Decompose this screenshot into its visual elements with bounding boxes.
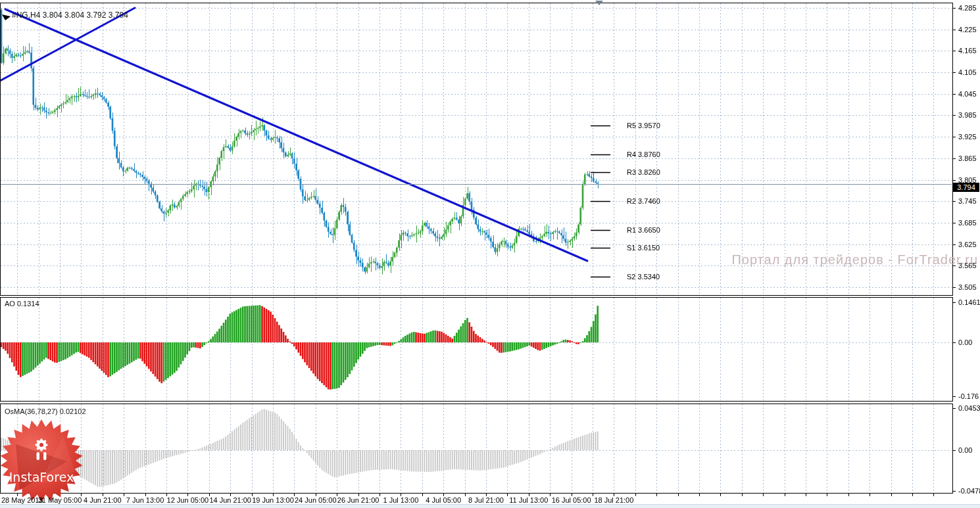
pivot-label: R5 3.9570 (627, 122, 660, 129)
price-axis-label: 3.985 (958, 111, 977, 119)
time-axis-label: 1 Jul 13:00 (383, 496, 418, 504)
pivot-label: R4 3.8760 (627, 150, 660, 158)
price-axis-label: 4.225 (958, 26, 977, 34)
pivot-label: S2 3.5340 (627, 273, 660, 281)
logo-brand-text: InstaForex (9, 470, 74, 484)
time-axis-label: 16 Jul 05:00 (552, 496, 591, 504)
osma-axis-label: -0.04781 (958, 487, 980, 495)
price-axis-label: 4.165 (958, 47, 977, 55)
ao-axis-label: 0.1461 (958, 298, 980, 306)
price-axis-label: 3.565 (958, 262, 977, 269)
price-axis-label: 3.925 (958, 133, 977, 141)
time-axis-label: 26 Jun 21:00 (337, 496, 380, 504)
time-axis-label: 31 May 05:00 (38, 496, 82, 504)
osma-axis-label: 0.04539 (958, 404, 980, 412)
osma-axis-label: 0.00 (958, 446, 972, 454)
pivot-label: S1 3.6150 (627, 244, 660, 252)
time-axis-label: 18 Jul 21:00 (594, 496, 633, 504)
time-axis-label: 11 Jul 13:00 (509, 496, 548, 504)
price-axis-label: 3.745 (958, 197, 977, 205)
price-axis-label: 3.505 (958, 283, 977, 291)
mt4-chart-window: #NG,H4 3.804 3.804 3.792 3.794 AO 0.1314… (0, 0, 980, 508)
time-axis-label: 12 Jun 05:00 (167, 496, 209, 504)
time-axis-label: 28 May 2013 (1, 496, 43, 504)
osma-indicator-label: OsMA(36,78,27) 0.02102 (5, 407, 86, 415)
price-axis-label: 4.105 (958, 68, 977, 76)
chart-title: #NG,H4 3.804 3.804 3.792 3.794 (12, 11, 128, 20)
time-axis-label: 14 Jun 21:00 (209, 496, 251, 504)
time-axis-label: 8 Jul 21:00 (468, 496, 504, 504)
pivot-label: R3 3.8260 (627, 168, 660, 176)
ao-indicator-label: AO 0.1314 (5, 300, 39, 308)
price-axis-label: 4.285 (958, 4, 977, 12)
time-axis-label: 24 Jun 05:00 (295, 496, 337, 504)
instaforex-logo: InstaForex (0, 418, 84, 503)
time-axis-label: 7 Jun 13:00 (126, 496, 164, 504)
bottom-status-strip (0, 504, 980, 508)
time-axis-label: 19 Jun 13:00 (252, 496, 294, 504)
current-price-badge: 3.794 (953, 183, 979, 192)
ao-axis-label: -0.176 (958, 392, 979, 400)
price-axis-label: 3.685 (958, 219, 977, 227)
price-axis-label: 4.045 (958, 90, 977, 98)
price-axis-label: 3.865 (958, 154, 977, 162)
pivot-label: R1 3.6650 (627, 226, 660, 234)
time-axis-label: 4 Jun 21:00 (84, 496, 122, 504)
price-axis-label: 3.625 (958, 241, 977, 248)
ao-axis-label: 0.00 (958, 338, 972, 346)
pivot-label: R2 3.7460 (627, 197, 660, 205)
time-axis-label: 4 Jul 05:00 (426, 496, 461, 504)
fortrader-watermark: Портал для трейдеров - ForTrader.ru (731, 252, 978, 267)
